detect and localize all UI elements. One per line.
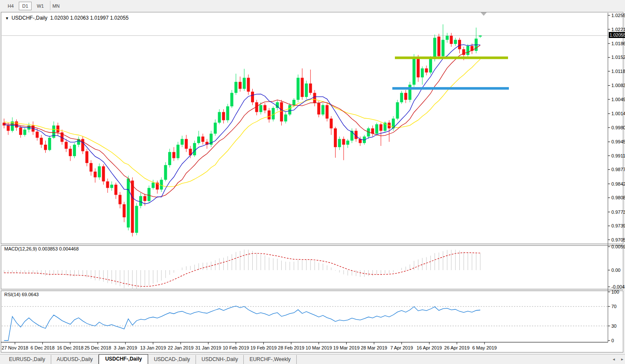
- tab-audusd-daily[interactable]: AUDUSD-,Daily: [51, 355, 99, 364]
- svg-text:28 Feb 2019: 28 Feb 2019: [278, 345, 304, 350]
- svg-text:1.01860: 1.01860: [611, 41, 625, 46]
- svg-text:0.00: 0.00: [611, 268, 620, 273]
- svg-text:10 Feb 2019: 10 Feb 2019: [223, 345, 249, 350]
- svg-text:-0.004243: -0.004243: [611, 284, 625, 289]
- horizontal-ray[interactable]: [392, 87, 509, 90]
- svg-text:0.99450: 0.99450: [611, 139, 625, 144]
- svg-text:10 Mar 2019: 10 Mar 2019: [306, 345, 332, 350]
- rsi-axis: 10070300: [608, 289, 619, 343]
- svg-text:13 Jan 2019: 13 Jan 2019: [140, 345, 166, 350]
- macd-histogram: [4, 250, 481, 289]
- chart-title: ▼USDCHF-,Daily 1.02030 1.02063 1.01997 1…: [5, 15, 129, 21]
- pane-separators: [1, 244, 623, 291]
- svg-text:30: 30: [611, 323, 616, 329]
- macd-label: MACD(12,26,9) 0.003853 0.004468: [4, 246, 79, 251]
- svg-text:26 Apr 2019: 26 Apr 2019: [444, 345, 470, 350]
- tab-usdcnh-daily[interactable]: USDCNH-,Daily: [196, 355, 244, 364]
- moving-averages: [4, 45, 481, 204]
- rsi-label: RSI(14) 69.0643: [4, 292, 39, 297]
- svg-text:100: 100: [611, 289, 619, 294]
- svg-text:0.98420: 0.98420: [611, 181, 625, 186]
- svg-text:0.97390: 0.97390: [611, 223, 625, 228]
- svg-text:22 Jan 2019: 22 Jan 2019: [168, 345, 194, 350]
- chart-tab-bar: EURUSD-,Daily AUDUSD-,Daily USDCHF-,Dail…: [0, 354, 625, 364]
- svg-text:1.01520: 1.01520: [611, 55, 625, 60]
- symbol-dropdown-icon[interactable]: ▼: [5, 16, 9, 20]
- svg-text:3 Jan 2019: 3 Jan 2019: [114, 345, 137, 350]
- current-price-label: 1.02055: [609, 32, 625, 38]
- svg-text:31 Jan 2019: 31 Jan 2019: [196, 345, 222, 350]
- svg-text:1.02210: 1.02210: [611, 27, 625, 32]
- rsi-line: [4, 306, 481, 341]
- svg-text:0.98080: 0.98080: [611, 195, 625, 200]
- svg-text:0.00597: 0.00597: [611, 244, 625, 249]
- svg-text:19 Mar 2019: 19 Mar 2019: [333, 345, 360, 350]
- macd-signal-line: [4, 253, 481, 286]
- svg-text:28 Mar 2019: 28 Mar 2019: [361, 345, 387, 350]
- svg-text:7 Apr 2019: 7 Apr 2019: [390, 345, 413, 350]
- svg-text:1.00490: 1.00490: [611, 97, 625, 102]
- tab-usdchf-daily[interactable]: USDCHF-,Daily: [99, 354, 148, 364]
- tab-eurusd-daily[interactable]: EURUSD-,Daily: [3, 355, 51, 364]
- chart-canvas[interactable]: 1.025501.022101.018601.015201.011801.008…: [0, 0, 625, 364]
- svg-text:0.99800: 0.99800: [611, 125, 625, 130]
- svg-text:27 Nov 2018: 27 Nov 2018: [2, 345, 28, 350]
- svg-text:0.98770: 0.98770: [611, 167, 625, 172]
- svg-text:6 May 2019: 6 May 2019: [472, 345, 496, 350]
- tab-usdcad-daily[interactable]: USDCAD-,Daily: [148, 355, 196, 364]
- tab-scroll-left-icon[interactable]: ◂: [613, 357, 615, 361]
- svg-text:0.99110: 0.99110: [611, 153, 625, 158]
- macd-axis: 0.005970.00-0.004243: [608, 244, 625, 289]
- svg-text:1.00140: 1.00140: [611, 111, 625, 116]
- svg-text:19 Feb 2019: 19 Feb 2019: [250, 345, 277, 350]
- symbol-name: USDCHF-,Daily: [12, 15, 47, 21]
- svg-text:1.02550: 1.02550: [611, 13, 625, 18]
- scroll-to-end-marker[interactable]: [481, 12, 487, 16]
- svg-text:1.01180: 1.01180: [611, 69, 625, 74]
- candles: [3, 24, 482, 236]
- horizontal-ray[interactable]: [395, 56, 508, 59]
- tab-eurchf-weekly[interactable]: EURCHF-,Weekly: [244, 355, 296, 364]
- svg-text:0.97730: 0.97730: [611, 210, 625, 215]
- svg-text:16 Apr 2019: 16 Apr 2019: [417, 345, 442, 350]
- svg-text:1.00830: 1.00830: [611, 83, 625, 88]
- time-axis: 27 Nov 20186 Dec 201816 Dec 201825 Dec 2…: [1, 342, 608, 350]
- svg-text:16 Dec 2018: 16 Dec 2018: [57, 345, 83, 350]
- ohlc-readout: 1.02030 1.02063 1.01997 1.02055: [50, 15, 129, 21]
- svg-text:0: 0: [611, 338, 614, 343]
- svg-text:25 Dec 2018: 25 Dec 2018: [85, 345, 111, 350]
- tab-scroll-right-icon[interactable]: ▸: [621, 357, 623, 361]
- rsi-levels: [2, 306, 607, 326]
- svg-text:70: 70: [611, 304, 616, 309]
- tab-scroll-arrows: ◂ ▸: [607, 357, 623, 361]
- svg-text:0.97050: 0.97050: [611, 237, 625, 242]
- svg-text:6 Dec 2018: 6 Dec 2018: [31, 345, 55, 350]
